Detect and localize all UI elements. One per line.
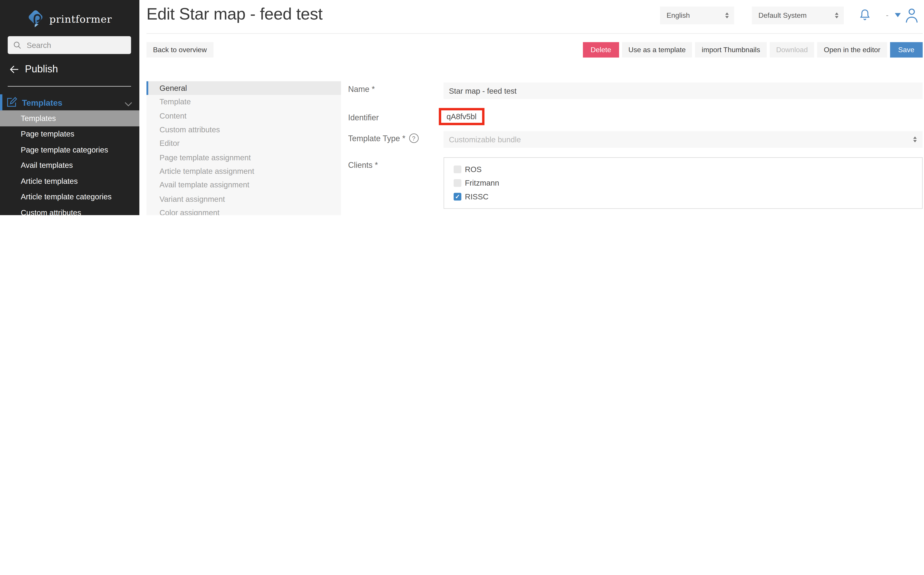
tab-editor[interactable]: Editor (146, 137, 341, 150)
clients-label: Clients * (348, 161, 378, 170)
clients-checkbox-group: ROS Fritzmann RISSC (444, 157, 922, 209)
username-text: - (886, 11, 889, 19)
tab-template[interactable]: Template (146, 95, 341, 109)
chevron-down-icon (125, 98, 132, 109)
header-divider (146, 33, 922, 34)
back-to-overview-button[interactable]: Back to overview (146, 42, 213, 57)
select-stepper-icon (835, 13, 838, 18)
identifier-field-wrap: qA8fv5bl (439, 108, 923, 125)
settings-tab-panel: General Template Content Custom attribut… (146, 81, 341, 215)
select-stepper-icon (913, 137, 917, 143)
checkbox-rissc[interactable]: RISSC (453, 190, 922, 203)
tab-avail-template-assignment[interactable]: Avail template assignment (146, 178, 341, 192)
download-button[interactable]: Download (770, 42, 814, 57)
main-area: Edit Star map - feed test English Defaul… (139, 0, 924, 215)
name-label: Name * (348, 85, 375, 94)
tab-color-assignment[interactable]: Color assignment (146, 206, 341, 215)
tab-general[interactable]: General (146, 81, 341, 95)
checkbox-fritzmann[interactable]: Fritzmann (453, 176, 922, 190)
save-button[interactable]: Save (890, 42, 922, 57)
checkbox-icon (453, 193, 461, 200)
sidebar-item-page-templates[interactable]: Page templates (0, 126, 139, 142)
name-field-wrap: Star map - feed test (444, 83, 922, 99)
template-type-field-wrap: Customizable bundle (444, 131, 922, 148)
page-title: Edit Star map - feed test (146, 5, 322, 24)
tab-page-template-assignment[interactable]: Page template assignment (146, 150, 341, 164)
search-icon (13, 41, 21, 49)
clients-field-wrap: ROS Fritzmann RISSC (444, 157, 922, 209)
sidebar-item-templates[interactable]: Templates (0, 110, 139, 126)
sidebar-sub-list: Templates Page templates Page template c… (0, 110, 139, 215)
sidebar-item-custom-attributes[interactable]: Custom attributes (0, 205, 139, 215)
identifier-value: qA8fv5bl (441, 110, 482, 123)
logo-text: printformer (49, 13, 112, 25)
user-profile-icon[interactable] (905, 7, 918, 26)
checkbox-ros[interactable]: ROS (453, 162, 922, 176)
user-menu-caret-icon[interactable] (895, 13, 901, 17)
logo[interactable]: printformer (0, 0, 139, 32)
back-arrow-icon (10, 65, 19, 73)
checkbox-icon (453, 179, 461, 187)
open-in-editor-button[interactable]: Open in the editor (817, 42, 887, 57)
system-select[interactable]: Default System (752, 6, 844, 24)
template-type-select[interactable]: Customizable bundle (444, 131, 922, 148)
tab-article-template-assignment[interactable]: Article template assignment (146, 164, 341, 178)
template-type-label: Template Type * ? (348, 133, 418, 143)
import-thumbnails-button[interactable]: import Thumbnails (695, 42, 767, 57)
checkbox-icon (453, 166, 461, 173)
delete-button[interactable]: Delete (583, 42, 619, 57)
search-input[interactable] (25, 40, 117, 50)
sidebar-item-article-template-categories[interactable]: Article template categories (0, 189, 139, 205)
red-highlight-box: qA8fv5bl (439, 108, 484, 125)
identifier-label: Identifier (348, 113, 379, 122)
publish-label: Publish (25, 64, 58, 75)
sidebar-divider (8, 86, 131, 87)
select-stepper-icon (725, 13, 729, 18)
section-label: Templates (22, 98, 62, 107)
printformer-logo-icon (27, 9, 44, 29)
tab-custom-attributes[interactable]: Custom attributes (146, 123, 341, 137)
active-section-bar (0, 94, 2, 110)
edit-square-icon (6, 97, 17, 108)
toolbar: Back to overview Delete Use as a templat… (146, 42, 922, 57)
help-icon[interactable]: ? (409, 133, 418, 143)
name-input[interactable]: Star map - feed test (444, 83, 922, 99)
use-as-template-button[interactable]: Use as a template (622, 42, 692, 57)
sidebar-item-article-templates[interactable]: Article templates (0, 173, 139, 189)
sidebar-section-templates[interactable]: Templates (0, 94, 139, 110)
app-window: printformer Publish (0, 0, 924, 215)
tab-variant-assignment[interactable]: Variant assignment (146, 192, 341, 206)
sidebar: printformer Publish (0, 0, 139, 215)
sidebar-search[interactable] (8, 36, 131, 54)
tab-content[interactable]: Content (146, 109, 341, 123)
sidebar-back-publish[interactable]: Publish (10, 64, 58, 75)
notifications-bell-icon[interactable] (859, 8, 871, 25)
language-select[interactable]: English (660, 6, 734, 24)
toolbar-actions: Delete Use as a template import Thumbnai… (583, 42, 922, 57)
sidebar-item-avail-templates[interactable]: Avail templates (0, 157, 139, 173)
sidebar-item-page-template-categories[interactable]: Page template categories (0, 142, 139, 157)
